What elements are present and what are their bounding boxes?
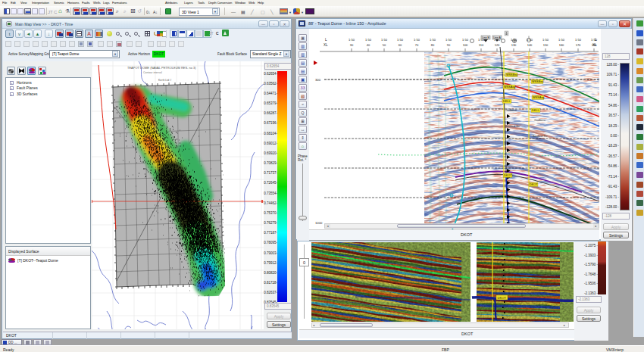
svg-text:300: 300 xyxy=(315,78,321,82)
svg-text:Line A: Line A xyxy=(493,36,501,39)
svg-text:1:50: 1:50 xyxy=(349,38,355,42)
svg-text:Contour interval: Contour interval xyxy=(143,71,162,74)
svg-text:TEAPOT DOME (NAVAL PETROLEUM R: TEAPOT DOME (NAVAL PETROLEUM RES. no 3) xyxy=(127,66,196,70)
svg-text:160: 160 xyxy=(559,43,564,47)
svg-text:WSSAsg: WSSAsg xyxy=(533,96,544,99)
svg-text:50: 50 xyxy=(383,43,386,47)
svg-text:60: 60 xyxy=(399,43,402,47)
svg-text:Godbera: Godbera xyxy=(534,119,546,122)
svg-text:DKOT: DKOT xyxy=(530,183,538,186)
svg-text:170: 170 xyxy=(576,43,581,47)
svg-text:1:50: 1:50 xyxy=(381,38,388,42)
svg-text:Kerth Ltd #: Kerth Ltd # xyxy=(158,79,171,82)
svg-text:DKLL: DKLL xyxy=(532,109,539,112)
svg-text:1:50: 1:50 xyxy=(462,38,469,42)
svg-text:XL: XL xyxy=(592,43,597,47)
svg-text:1:50: 1:50 xyxy=(558,38,565,42)
svg-text:140: 140 xyxy=(527,43,533,47)
svg-text:1:50: 1:50 xyxy=(430,38,436,42)
svg-text:130: 130 xyxy=(511,43,517,47)
svg-text:L: L xyxy=(325,38,327,42)
svg-text:30: 30 xyxy=(350,43,354,47)
svg-text:DKLL: DKLL xyxy=(503,100,511,103)
svg-text:40: 40 xyxy=(367,43,370,47)
svg-text:XL: XL xyxy=(324,43,328,47)
svg-text:Seabed Ss²: Seabed Ss² xyxy=(505,125,521,128)
svg-text:Godbera: Godbera xyxy=(505,109,517,112)
svg-text:DKOT: DKOT xyxy=(498,296,507,300)
svg-text:WSSAsg: WSSAsg xyxy=(504,86,515,89)
svg-text:1:50: 1:50 xyxy=(445,38,452,42)
svg-text:80: 80 xyxy=(431,43,435,47)
svg-text:WSSBsu: WSSBsu xyxy=(532,80,543,83)
svg-text:WSSBsu: WSSBsu xyxy=(506,73,517,76)
svg-text:110: 110 xyxy=(479,43,484,47)
svg-text:Seabed Ss²: Seabed Ss² xyxy=(533,135,549,138)
svg-text:90: 90 xyxy=(447,43,451,47)
svg-text:1:50: 1:50 xyxy=(365,38,372,42)
svg-text:120: 120 xyxy=(495,43,500,47)
svg-text:DKOT: DKOT xyxy=(504,174,512,177)
svg-text:1:50: 1:50 xyxy=(397,38,404,42)
svg-text:1:50: 1:50 xyxy=(575,38,582,42)
svg-text:1000: 1000 xyxy=(315,221,323,225)
svg-text:100: 100 xyxy=(463,43,468,47)
svg-text:150: 150 xyxy=(543,43,549,47)
svg-text:70: 70 xyxy=(415,43,419,47)
svg-text:1:50: 1:50 xyxy=(542,38,549,42)
svg-text:Line E: Line E xyxy=(482,36,490,39)
svg-text:1:50: 1:50 xyxy=(414,38,420,42)
